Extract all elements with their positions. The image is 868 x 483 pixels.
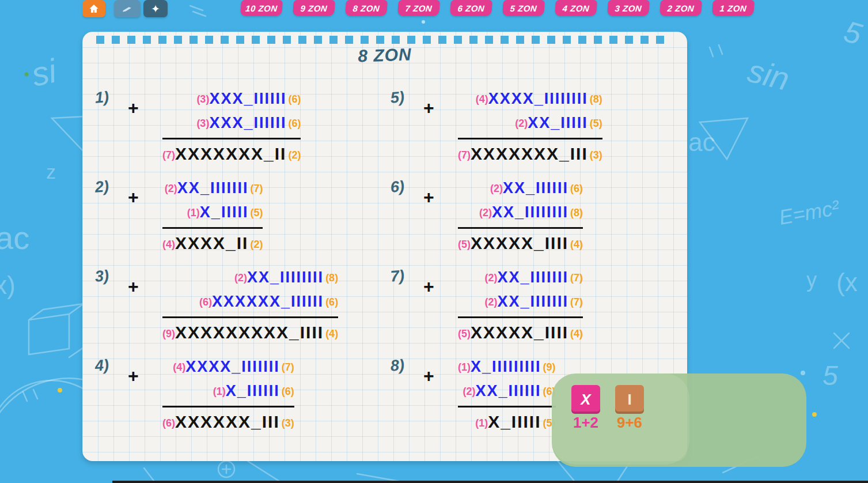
tally-marks: XX_IIIIII — [503, 179, 568, 197]
tens-count: (2) — [165, 183, 177, 194]
problem-number: 6) — [390, 178, 405, 197]
tally-marks: XXX_IIIIII — [209, 114, 286, 131]
sum-rule-line — [458, 316, 583, 318]
plus-sign: + — [128, 187, 139, 208]
sum-rule-line — [458, 138, 602, 139]
tally-marks: XXXXX_IIII — [471, 323, 568, 342]
ones-count: (6) — [325, 296, 338, 308]
tally-marks: XXXX_IIIIIIII — [488, 90, 588, 107]
tens-count: (1) — [213, 386, 226, 397]
result-row[interactable]: (4)XXXX_II(2) — [162, 232, 263, 258]
problem-number: 3) — [94, 267, 109, 286]
level-button-9[interactable]: 9 ZON — [293, 0, 335, 16]
addend-1: (3)XXX_IIIIII(6) — [196, 88, 301, 112]
tens-count: (4) — [173, 361, 185, 373]
svg-text:(x: (x — [836, 268, 858, 296]
tens-count: (2) — [485, 272, 498, 284]
binding-square — [298, 36, 306, 44]
tens-count: (7) — [458, 149, 471, 161]
level-button-8[interactable]: 8 ZON — [345, 0, 388, 16]
ones-count: (8) — [570, 207, 583, 218]
tally-marks: XX_IIIIIIII — [492, 203, 568, 221]
svg-text:x): x) — [0, 271, 16, 299]
binding-square — [283, 36, 291, 44]
sum-rule-line — [458, 227, 583, 229]
result-row[interactable]: (7)XXXXXXX_III(3) — [458, 142, 602, 168]
tens-count: (4) — [162, 239, 175, 250]
tally-marks: XXX_IIIIII — [209, 90, 286, 107]
addend-1: (2)XX_IIIIIIII(8) — [234, 266, 338, 290]
binding-square — [407, 36, 415, 44]
tens-sum-label: 1+2 — [571, 414, 600, 432]
plus-sign: + — [128, 365, 139, 387]
level-button-2[interactable]: 2 ZON — [659, 0, 702, 16]
level-button-6[interactable]: 6 ZON — [450, 0, 492, 16]
svg-text:E=mc²: E=mc² — [777, 195, 842, 229]
tally-marks: XXXX_IIIIIII — [185, 358, 280, 375]
tens-count: (2) — [463, 386, 476, 397]
addend-1: (1)X_IIIIIIIII(9) — [458, 356, 556, 380]
level-button-3[interactable]: 3 ZON — [607, 0, 650, 16]
binding-square — [361, 36, 369, 44]
tens-tally-button[interactable]: X — [571, 385, 600, 414]
ones-count: (4) — [325, 328, 338, 339]
level-button-7[interactable]: 7 ZON — [397, 0, 440, 16]
tally-marks: XX_IIIIIII — [498, 269, 569, 286]
plus-sign: + — [423, 365, 434, 387]
result-row[interactable]: (9)XXXXXXXXX_IIII(4) — [162, 321, 338, 347]
ones-count: (9) — [543, 361, 556, 373]
tally-marks: XXXXXXXXX_IIII — [175, 323, 324, 342]
tens-count: (2) — [515, 118, 528, 129]
addend-2: (1)X_IIIIII(6) — [213, 380, 294, 404]
addend-1: (2)XX_IIIIII(6) — [490, 177, 583, 201]
eraser-button[interactable] — [114, 0, 141, 17]
home-icon — [88, 3, 100, 14]
level-button-10[interactable]: 10 ZON — [240, 0, 283, 16]
level-button-4[interactable]: 4 ZON — [555, 0, 597, 16]
addend-1: (4)XXXX_IIIIIIII(8) — [476, 88, 602, 112]
sum-rule-line — [162, 406, 294, 407]
addend-2: (6)XXXXXX_IIIIII(6) — [199, 290, 338, 315]
tens-count: (6) — [162, 417, 175, 429]
ones-count: (7) — [570, 272, 583, 284]
binding-square — [438, 36, 446, 44]
svg-text:z: z — [46, 161, 56, 183]
problem-number: 4) — [94, 356, 109, 375]
svg-text:ac: ac — [688, 128, 715, 156]
ones-count: (2) — [288, 149, 301, 161]
ones-count: (6) — [288, 118, 301, 129]
addend-2: (2)XX_IIIIIII(7) — [485, 290, 583, 315]
tally-marks: XXXXXXX_III — [471, 144, 588, 163]
tens-count: (6) — [199, 296, 212, 308]
result-row[interactable]: (6)XXXXXX_III(3) — [162, 410, 294, 436]
binding-square — [205, 36, 213, 44]
ones-count: (8) — [590, 93, 602, 105]
result-row[interactable]: (5)XXXXX_IIII(4) — [458, 321, 583, 347]
ones-count: (6) — [282, 386, 294, 397]
binding-square — [143, 36, 151, 44]
binding-square — [252, 36, 260, 44]
ones-count: (7) — [570, 296, 583, 308]
tally-marks: X_IIIIII — [226, 382, 280, 399]
binding-square — [96, 36, 104, 44]
result-row[interactable]: (5)XXXXX_IIII(4) — [458, 232, 583, 258]
tens-count: (1) — [475, 417, 488, 429]
level-buttons: 10 ZON9 ZON8 ZON7 ZON6 ZON5 ZON4 ZON3 ZO… — [241, 0, 754, 16]
tally-marks: XXXXXX_III — [175, 412, 280, 431]
ones-count: (8) — [325, 272, 338, 284]
problem-number: 1) — [94, 88, 109, 107]
level-button-5[interactable]: 5 ZON — [502, 0, 545, 16]
home-button[interactable] — [82, 0, 105, 17]
level-button-1[interactable]: 1 ZON — [712, 0, 755, 16]
ones-count: (3) — [590, 149, 602, 161]
ones-tally-button[interactable]: I — [615, 385, 644, 414]
result-row[interactable]: (1)X_IIIII(5) — [475, 410, 555, 436]
tens-count: (5) — [458, 239, 471, 250]
star-button[interactable]: ✦ — [143, 0, 168, 17]
tally-marks: X_IIIII — [488, 412, 541, 431]
plus-sign: + — [128, 97, 139, 119]
tally-marks: XXXXXX_IIIIII — [212, 293, 324, 310]
addend-2: (2)XX_IIIII(5) — [515, 112, 602, 136]
result-row[interactable]: (7)XXXXXXX_II(2) — [162, 142, 301, 168]
ones-count: (6) — [570, 183, 583, 194]
